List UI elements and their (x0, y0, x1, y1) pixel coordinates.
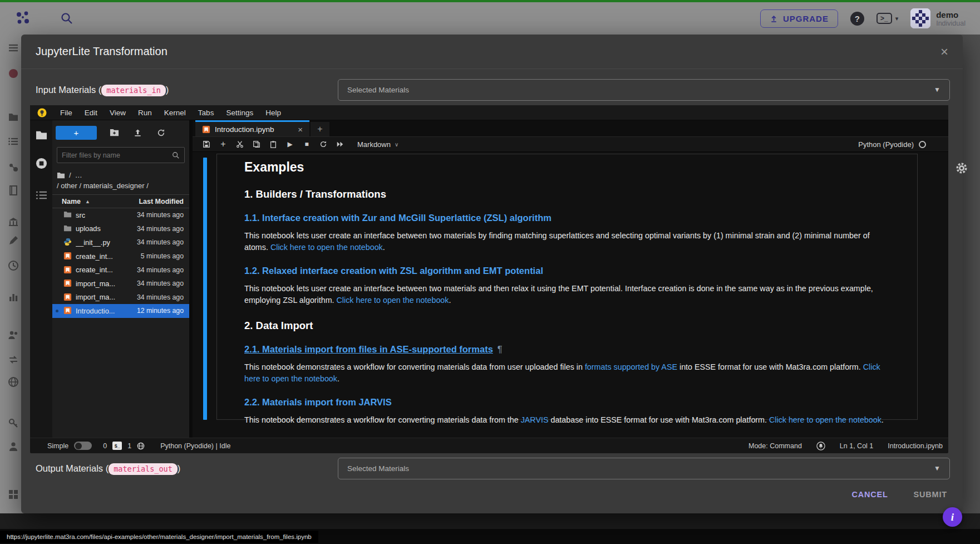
sidebar-person-icon[interactable] (8, 441, 19, 452)
restart-run-all-icon[interactable] (333, 138, 347, 150)
cursor-position[interactable]: Ln 1, Col 1 (840, 442, 873, 450)
link-jarvis-heading[interactable]: 2.2. Materials import from JARVIS (244, 397, 392, 407)
link-emt-heading[interactable]: 1.2. Relaxed interface creation with ZSL… (244, 266, 543, 276)
menu-kernel[interactable]: Kernel (158, 109, 192, 117)
link-open-notebook[interactable]: Click here to open the notebook (270, 243, 383, 252)
anchor-pilcrow-icon[interactable]: ¶ (498, 344, 503, 354)
markdown-cell[interactable]: Examples 1. Builders / Transformations 1… (216, 154, 918, 420)
cell-type-select[interactable]: Markdown ∨ (357, 140, 398, 149)
command-mode-indicator[interactable]: Mode: Command (748, 442, 802, 450)
sidebar-key-icon[interactable] (8, 418, 19, 429)
stop-kernel-icon[interactable]: ■ (299, 138, 314, 150)
status-url-tooltip: https://jupyterlite.mat3ra.com/files/api… (0, 531, 318, 543)
breadcrumb-current-path[interactable]: / other / materials_designer / (52, 180, 189, 194)
link-ase-import-heading[interactable]: 2.1. Materials import from files in ASE-… (244, 344, 493, 354)
filter-files-input[interactable] (62, 151, 172, 159)
column-last-modified[interactable]: Last Modified (139, 198, 184, 205)
link-open-notebook[interactable]: Click here to open the notebook (337, 296, 449, 305)
sidebar-swap-icon[interactable] (8, 354, 19, 365)
sidebar-people-icon[interactable] (8, 330, 19, 341)
file-browser-tab-icon[interactable] (36, 130, 47, 141)
file-row-selected[interactable]: Introductio... 12 minutes ago (52, 304, 189, 318)
link-ase-formats[interactable]: formats supported by ASE (585, 362, 677, 371)
chevron-down-icon: ▼ (934, 464, 940, 472)
link-jarvis[interactable]: JARVIS (521, 415, 549, 424)
sidebar-atoms-icon[interactable] (8, 162, 19, 173)
bell-icon[interactable] (816, 442, 825, 450)
insert-cell-icon[interactable]: + (216, 138, 230, 150)
link-open-notebook[interactable]: Click here to open the notebook (769, 415, 881, 424)
cancel-button[interactable]: CANCEL (851, 490, 888, 499)
kernel-indicator[interactable]: Python (Pyodide) (858, 140, 942, 149)
jupyterlite-transformation-dialog: JupyterLite Transformation × Input Mater… (21, 35, 963, 513)
table-of-contents-tab-icon[interactable] (36, 190, 47, 202)
sidebar-logo-icon[interactable] (8, 68, 19, 79)
sidebar-book-icon[interactable] (8, 185, 19, 196)
upgrade-button[interactable]: UPGRADE (760, 9, 838, 28)
restart-kernel-icon[interactable] (316, 138, 331, 150)
output-materials-label: Output Materials (materials_out) (21, 463, 180, 474)
save-icon[interactable] (199, 138, 214, 150)
breadcrumb-root[interactable]: / (69, 171, 71, 179)
notebook-icon (63, 293, 72, 302)
info-button[interactable]: i (943, 507, 962, 527)
submit-button[interactable]: SUBMIT (914, 490, 947, 499)
close-tab-icon[interactable]: × (290, 125, 303, 134)
input-selected-materials-select[interactable]: Selected Materials ▼ (338, 79, 950, 101)
sort-asc-icon[interactable]: ▲ (85, 199, 90, 204)
menu-file[interactable]: File (54, 109, 78, 117)
sidebar-bank-icon[interactable] (8, 216, 19, 227)
run-cell-icon[interactable]: ▶ (283, 138, 297, 150)
user-menu[interactable]: demo Individual (910, 8, 966, 28)
close-icon[interactable]: × (940, 45, 948, 58)
dialog-titlebar: JupyterLite Transformation × (21, 35, 963, 69)
output-selected-materials-select[interactable]: Selected Materials ▼ (338, 458, 950, 479)
menu-run[interactable]: Run (132, 109, 158, 117)
paste-cell-icon[interactable] (266, 138, 280, 150)
column-name[interactable]: Name (62, 198, 81, 205)
file-row[interactable]: create_int... 34 minutes ago (52, 263, 189, 277)
breadcrumb-ellipsis[interactable]: … (75, 171, 82, 179)
upload-button[interactable] (126, 126, 149, 140)
simple-mode-toggle[interactable] (74, 442, 92, 450)
help-icon[interactable]: ? (850, 12, 864, 26)
refresh-button[interactable] (149, 126, 173, 140)
upgrade-label: UPGRADE (783, 14, 829, 23)
menu-view[interactable]: View (104, 109, 132, 117)
sidebar-clock-icon[interactable] (8, 260, 19, 271)
gear-icon[interactable] (955, 161, 968, 175)
file-row[interactable]: uploads 34 minutes ago (52, 222, 189, 236)
sidebar-menu-icon[interactable] (8, 42, 19, 53)
active-cell-indicator[interactable] (203, 158, 207, 420)
file-row[interactable]: import_ma... 34 minutes ago (52, 291, 189, 305)
sidebar-chart-icon[interactable] (8, 291, 19, 302)
menu-edit[interactable]: Edit (78, 109, 104, 117)
console-menu-button[interactable]: >_ ▾ (876, 13, 898, 24)
notebook-panel: Introduction.ipynb × + + (193, 120, 948, 438)
sidebar-grid-icon[interactable] (8, 489, 19, 500)
file-row[interactable]: __init__.py 34 minutes ago (52, 236, 189, 249)
tab-introduction-ipynb[interactable]: Introduction.ipynb × (195, 120, 309, 136)
running-kernels-tab-icon[interactable] (36, 158, 47, 169)
link-zsl-heading[interactable]: 1.1. Interface creation with Zur and McG… (244, 213, 551, 223)
brand-logo-icon[interactable] (14, 10, 31, 27)
menu-tabs[interactable]: Tabs (192, 109, 220, 117)
file-row[interactable]: src 34 minutes ago (52, 208, 189, 222)
home-folder-icon[interactable] (57, 171, 65, 179)
copy-cell-icon[interactable] (249, 138, 264, 150)
sidebar-folder-icon[interactable] (8, 111, 19, 122)
file-row[interactable]: create_int... 5 minutes ago (52, 249, 189, 263)
file-row[interactable]: import_ma... 34 minutes ago (52, 277, 189, 291)
new-launcher-button[interactable]: + (56, 126, 97, 140)
kernel-status-text[interactable]: Python (Pyodide) | Idle (160, 442, 230, 450)
sidebar-list-icon[interactable] (8, 136, 19, 147)
menu-settings[interactable]: Settings (220, 109, 259, 117)
sidebar-pen-icon[interactable] (8, 235, 19, 246)
search-icon[interactable] (60, 12, 73, 25)
new-folder-button[interactable] (102, 126, 126, 140)
cut-cell-icon[interactable] (233, 138, 247, 150)
sidebar-globe-icon[interactable] (8, 376, 19, 388)
notebook-tabbar: Introduction.ipynb × + (193, 120, 948, 137)
add-tab-button[interactable]: + (311, 122, 329, 136)
menu-help[interactable]: Help (259, 109, 287, 117)
